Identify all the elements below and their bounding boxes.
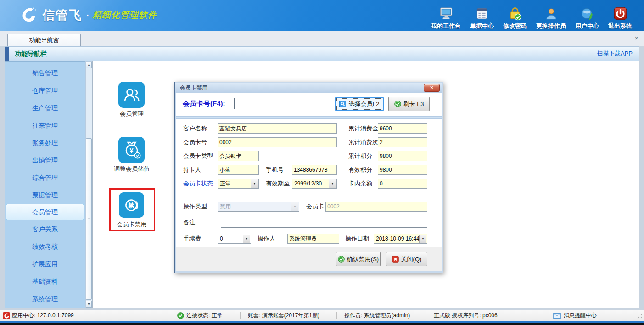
valid-points-field[interactable]	[378, 165, 427, 175]
horizontal-divider	[182, 197, 436, 197]
valid-until-select[interactable]: 2999/12/30 ▼	[292, 179, 337, 189]
card-disable-dialog: 会员卡禁用 ✕ 会员卡号(F4): 选择会员F2 刷卡 F3	[174, 82, 443, 273]
card-type-label: 会员卡类型	[183, 151, 213, 161]
mobile-field[interactable]	[292, 165, 337, 175]
total-points-field[interactable]	[378, 151, 427, 161]
scroll-down-icon[interactable]: ▼	[86, 301, 92, 308]
scrollbar-thumb[interactable]: ≡	[86, 138, 92, 300]
card-disable-shortcut[interactable]: 禁	[119, 192, 144, 218]
search-icon	[339, 101, 346, 107]
switch-operator-button[interactable]: 更换操作员	[536, 4, 566, 30]
holder-field[interactable]	[218, 165, 259, 175]
scroll-up-icon[interactable]: ▲	[86, 62, 92, 68]
balance-field[interactable]	[378, 179, 427, 189]
adjust-stored-value-label[interactable]: 调整会员储值	[102, 165, 162, 173]
chevron-down-icon[interactable]: ▼	[419, 235, 426, 243]
exit-system-button[interactable]: 退出系统	[608, 4, 632, 30]
scan-download-app-link[interactable]: 扫描下载APP	[597, 47, 633, 61]
total-times-field[interactable]	[378, 137, 427, 147]
switch-operator-icon	[544, 4, 558, 21]
top-banner: 信管飞 · 精细化管理软件 我的工作台	[0, 0, 644, 31]
card-no-label: 会员卡号	[183, 137, 207, 147]
status-bar: 应用中心: 127.0.0.1:7099 连接状态: 正常 账套: 演示账套(2…	[0, 310, 644, 321]
chevron-down-icon[interactable]: ▼	[329, 179, 336, 188]
svg-text:¥: ¥	[129, 147, 133, 154]
check-circle-icon	[394, 101, 401, 107]
chevron-down-icon[interactable]: ▼	[243, 235, 250, 243]
operation-date-select[interactable]: 2018-10-09 16:44 ▼	[374, 234, 427, 244]
adjust-stored-value-shortcut[interactable]: ¥	[118, 137, 145, 163]
operation-date-label: 操作日期	[345, 234, 369, 244]
sidebar-item-system[interactable]: 系统管理	[5, 290, 85, 308]
workbench-monitor-icon	[439, 4, 454, 21]
change-password-button[interactable]: 修改密码	[503, 4, 527, 30]
sidebar-item-extensions[interactable]: 扩展应用	[5, 255, 85, 273]
card-type-field[interactable]	[218, 151, 259, 161]
app-center-status: 应用中心: 127.0.0.1:7099	[12, 310, 74, 321]
members-icon	[122, 85, 141, 105]
sidebar-scrollbar[interactable]: ▲ ≡ ▼	[85, 61, 92, 308]
sidebar-item-customer-relations[interactable]: 客户关系	[5, 220, 85, 238]
select-member-button[interactable]: 选择会员F2	[335, 97, 384, 111]
nav-header-bar: 功能导航栏 扫描下载APP	[5, 46, 639, 61]
tab-close-icon[interactable]: ×	[634, 35, 638, 41]
operator-status: 操作员: 系统管理员(admin)	[344, 310, 410, 321]
resize-grip[interactable]	[637, 314, 642, 319]
nav-accent-block	[5, 47, 9, 61]
sidebar-item-production[interactable]: 生产管理	[5, 99, 85, 117]
operation-type-label: 操作类型	[183, 202, 207, 212]
operator-label: 操作人	[258, 234, 275, 244]
sidebar-item-comprehensive[interactable]: 综合管理	[5, 169, 85, 186]
brand-swoosh-icon	[19, 6, 39, 25]
message-center-link[interactable]: 消息提醒中心	[564, 310, 597, 321]
sidebar-item-contacts[interactable]: 往来管理	[5, 117, 85, 134]
card-no-field[interactable]	[218, 137, 337, 147]
confirm-disable-button[interactable]: 确认禁用(S)	[336, 252, 381, 266]
remark-input[interactable]	[221, 218, 427, 228]
swipe-card-button[interactable]: 刷卡 F3	[388, 97, 430, 111]
red-x-icon	[392, 256, 399, 263]
fee-select[interactable]: 0 ▼	[218, 234, 251, 244]
chevron-down-icon: ▼	[291, 202, 298, 211]
holder-label: 持卡人	[183, 165, 201, 175]
user-center-button[interactable]: 用户中心	[575, 4, 599, 30]
sidebar-item-members[interactable]: 会员管理	[6, 204, 84, 220]
card-status-select[interactable]: 正常 ▼	[218, 179, 259, 189]
chevron-down-icon[interactable]: ▼	[251, 179, 258, 188]
tab-strip: 功能导航窗 ×	[0, 31, 644, 46]
exit-power-icon	[613, 4, 627, 21]
tab-function-navigator[interactable]: 功能导航窗	[7, 34, 81, 46]
brand-tagline: 精细化管理软件	[93, 9, 157, 21]
sidebar-item-performance[interactable]: 绩效考核	[5, 238, 85, 255]
sidebar-item-base-data[interactable]: 基础资料	[5, 273, 85, 290]
customer-name-field[interactable]	[218, 123, 337, 134]
user-center-globe-icon	[580, 4, 594, 21]
svg-text:禁: 禁	[128, 202, 134, 209]
member-management-label[interactable]: 会员管理	[102, 110, 162, 118]
sidebar-item-accounting[interactable]: 账务处理	[5, 134, 85, 151]
card-status-label: 会员卡状态	[183, 179, 213, 189]
password-lock-icon	[508, 4, 522, 21]
operation-type-select: 禁用 ▼	[218, 202, 299, 212]
remark-label: 备注	[183, 218, 195, 228]
documents-icon	[475, 4, 489, 21]
card-disable-label[interactable]: 会员卡禁用	[102, 220, 162, 229]
sidebar-item-invoices[interactable]: 票据管理	[5, 186, 85, 204]
member-management-shortcut[interactable]	[118, 82, 145, 108]
card-number-input[interactable]	[234, 98, 330, 109]
total-amount-field[interactable]	[378, 123, 427, 134]
sidebar-item-sales[interactable]: 销售管理	[5, 64, 85, 82]
close-dialog-button[interactable]: 关闭(Q)	[386, 252, 427, 266]
dialog-close-icon[interactable]: ✕	[424, 84, 440, 92]
sidebar-nav: 销售管理 仓库管理 生产管理 往来管理 账务处理 出纳管理 综合管理 票据管理 …	[5, 61, 85, 308]
dialog-title[interactable]: 会员卡禁用	[175, 83, 442, 93]
valid-until-label: 有效期至	[266, 179, 290, 189]
connection-status: 连接状态: 正常	[186, 310, 223, 321]
workbench-button[interactable]: 我的工作台	[431, 4, 461, 30]
operator-field[interactable]	[287, 234, 339, 244]
total-points-label: 累计积分	[348, 151, 372, 161]
customer-name-label: 客户名称	[183, 123, 207, 134]
document-center-button[interactable]: 单据中心	[470, 4, 494, 30]
sidebar-item-cashier[interactable]: 出纳管理	[5, 151, 85, 169]
sidebar-item-warehouse[interactable]: 仓库管理	[5, 82, 85, 99]
